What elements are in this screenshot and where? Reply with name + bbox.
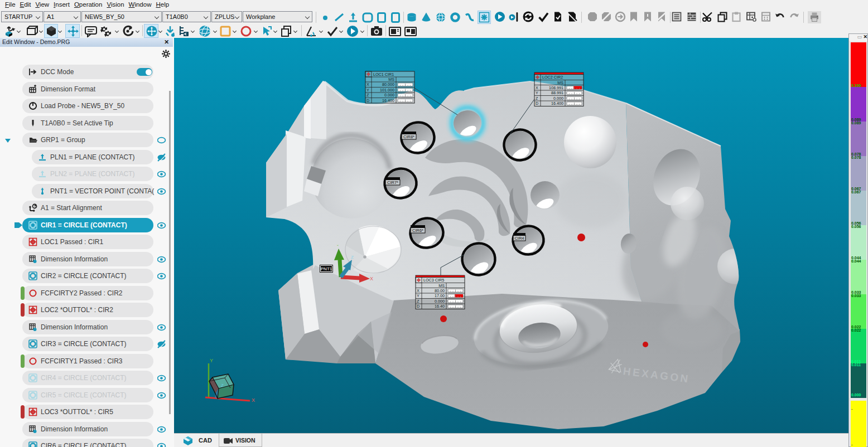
svg-text:Y: Y [417, 293, 419, 298]
svg-text:CIR4: CIR4 [514, 236, 524, 241]
svg-text:LOC1 CIR1: LOC1 CIR1 [373, 72, 394, 77]
svg-text:16.40: 16.40 [435, 304, 445, 309]
svg-text:MS: MS [388, 77, 394, 82]
svg-text:88.991: 88.991 [551, 90, 563, 95]
svg-text:Z: Z [221, 383, 224, 388]
svg-text:D: D [367, 98, 369, 103]
svg-text:Z: Z [351, 255, 354, 260]
svg-text:MS: MS [438, 283, 445, 288]
svg-text:CIR8*: CIR8* [403, 134, 414, 139]
svg-text:LOC3 CIR5: LOC3 CIR5 [423, 278, 444, 283]
svg-text:D: D [417, 304, 419, 309]
svg-text:108.991: 108.991 [549, 85, 563, 90]
svg-text:80.00: 80.00 [435, 288, 445, 293]
svg-text:16.400: 16.400 [382, 98, 394, 103]
svg-text:D: D [536, 101, 538, 106]
svg-text:Z: Z [367, 93, 369, 98]
svg-text:X: X [252, 397, 255, 403]
svg-text:ˇ: ˇ [337, 244, 339, 250]
svg-text:LOC2 CIR2: LOC2 CIR2 [542, 75, 563, 80]
svg-text:MS: MS [557, 80, 563, 85]
svg-text:Z: Z [417, 299, 419, 304]
svg-text:0.000: 0.000 [384, 93, 394, 98]
svg-text:X: X [417, 288, 419, 293]
svg-text:X: X [536, 85, 538, 90]
svg-text:Z: Z [536, 96, 538, 101]
svg-text:0.000: 0.000 [435, 299, 445, 304]
svg-text:X: X [367, 82, 369, 87]
svg-text:101.000: 101.000 [380, 88, 394, 93]
svg-text:Y: Y [536, 90, 538, 95]
svg-text:CIR6*: CIR6* [412, 228, 423, 233]
svg-text:16.400: 16.400 [551, 101, 563, 106]
svg-text:PNT1: PNT1 [321, 266, 332, 271]
svg-text:Y: Y [367, 88, 369, 93]
svg-text:Y: Y [210, 358, 213, 363]
svg-text:17.00: 17.00 [435, 293, 445, 298]
svg-text:0.000: 0.000 [553, 96, 563, 101]
svg-text:X: X [370, 276, 373, 281]
svg-text:80.000: 80.000 [382, 82, 394, 87]
svg-text:CIR7*: CIR7* [387, 180, 398, 185]
